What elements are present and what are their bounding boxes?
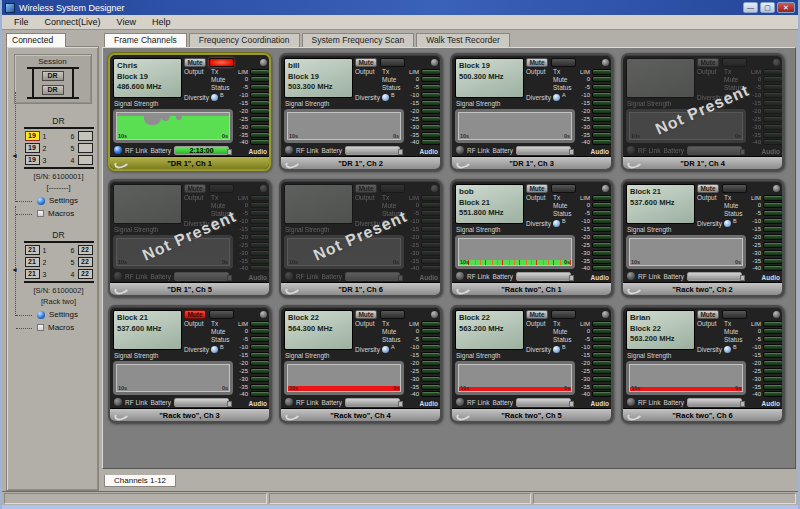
receiver-device: ◄ DR 191619251934 [S/N: 6100001] [------…	[23, 116, 94, 218]
channel-block-cell[interactable]: 19	[25, 131, 40, 141]
mute-button[interactable]: Mute	[355, 58, 377, 67]
channel-block: Block 21	[117, 313, 178, 324]
audio-meter-segment	[763, 108, 783, 114]
battery-gauge	[516, 272, 571, 281]
channel-lcd-display: bob Block 21 551.800 MHz	[455, 184, 524, 224]
session-unit-button[interactable]: DR	[42, 71, 64, 81]
screw-icon	[431, 311, 438, 318]
meter-row: -10	[235, 92, 270, 99]
audio-meter-segment	[421, 376, 441, 382]
menu-connect-live[interactable]: Connect(Live)	[38, 16, 108, 28]
device-settings-item[interactable]: Settings	[37, 310, 94, 319]
signal-graph: 10s 0s	[284, 361, 404, 395]
mute-button[interactable]: Mute	[526, 58, 548, 67]
maximize-button[interactable]: ▢	[760, 2, 775, 13]
signal-graph: 10s 0s	[113, 109, 233, 143]
mute-button[interactable]: Mute	[697, 184, 719, 193]
rf-link-label: RF Link	[638, 147, 660, 154]
audio-meter-segment	[250, 250, 270, 256]
channel-panel[interactable]: Block 22 563.200 MHz Mute Output Tx Mute	[450, 305, 613, 423]
menu-view[interactable]: View	[110, 16, 143, 28]
tab-frame-channels[interactable]: Frame Channels	[104, 33, 187, 47]
meter-scale-label: -10	[235, 218, 248, 224]
channel-panel[interactable]: Block 22 564.300 MHz Mute Output Tx Mute	[279, 305, 442, 423]
channel-body: Mute Output Tx Mute Status Diversity	[110, 181, 269, 282]
battery-gauge	[687, 398, 742, 407]
channel-panel[interactable]: Mute Output Tx Mute Status Diversity	[621, 53, 784, 171]
channel-block-cell[interactable]: 22	[78, 245, 93, 255]
channel-panel[interactable]: Block 19 500.300 MHz Mute Output Tx Mute	[450, 53, 613, 171]
channel-block-cell[interactable]: 21	[25, 269, 40, 279]
meter-scale-label: 0	[235, 202, 248, 208]
meter-row: -20	[406, 359, 441, 366]
session-unit-button[interactable]: DR	[42, 85, 64, 95]
brand-logo-icon	[285, 411, 300, 420]
channel-panel[interactable]: bob Block 21 551.800 MHz Mute Output Tx …	[450, 179, 613, 297]
tx-mute-label: Tx Mute	[382, 320, 405, 336]
mute-button[interactable]: Mute	[697, 58, 719, 67]
meter-row: -5	[748, 210, 783, 217]
audio-meter-segment	[421, 391, 441, 397]
channel-panel[interactable]: bill Block 19 503.300 MHz Mute Output Tx	[279, 53, 442, 171]
mute-button[interactable]: Mute	[184, 310, 206, 319]
menu-help[interactable]: Help	[145, 16, 178, 28]
close-button[interactable]: ✕	[777, 2, 795, 13]
mute-button[interactable]: Mute	[526, 310, 548, 319]
tab-channels-1-12[interactable]: Channels 1-12	[104, 475, 176, 487]
channel-block-cell[interactable]: 21	[25, 245, 40, 255]
mute-button[interactable]: Mute	[184, 58, 206, 67]
channel-block-cell[interactable]	[78, 143, 93, 153]
audio-meter-segment	[421, 202, 441, 208]
device-macros-item[interactable]: Macros	[37, 323, 94, 332]
menu-file[interactable]: File	[7, 16, 36, 28]
tx-mute-status-indicator	[551, 184, 576, 193]
audio-meter-segment	[592, 132, 612, 138]
channel-panel[interactable]: Block 21 537.600 MHz Mute Output Tx Mute	[108, 305, 271, 423]
signal-graph: 10s 0s	[455, 109, 575, 143]
mute-button[interactable]: Mute	[697, 310, 719, 319]
tab-connected[interactable]: Connected	[6, 33, 66, 47]
diversity-channel-letter: A	[391, 344, 395, 350]
minimize-button[interactable]: —	[743, 2, 758, 13]
battery-gauge	[345, 272, 400, 281]
tab-walk-test-recorder[interactable]: Walk Test Recorder	[416, 33, 510, 47]
mute-button[interactable]: Mute	[526, 184, 548, 193]
meter-scale-label: -40	[235, 391, 248, 397]
rf-link-icon	[456, 272, 464, 280]
rf-link-label: RF Link	[467, 147, 489, 154]
tab-frequency-coordination[interactable]: Frequency Coordination	[189, 33, 300, 47]
meter-row: -40	[748, 139, 783, 146]
channel-block-cell[interactable]: 21	[25, 257, 40, 267]
channel-block-cell[interactable]: 22	[78, 269, 93, 279]
channel-panel[interactable]: Chris Block 19 486.600 MHz Mute Output T…	[108, 53, 271, 171]
audio-meter-segment	[250, 92, 270, 98]
rf-link-label: RF Link	[638, 273, 660, 280]
battery-gauge: 2:13:00	[174, 146, 229, 155]
rf-link-label: RF Link	[467, 273, 489, 280]
channel-panel[interactable]: Block 21 537.600 MHz Mute Output Tx Mute	[621, 179, 784, 297]
channel-block-cell[interactable]	[78, 131, 93, 141]
channel-panel[interactable]: Mute Output Tx Mute Status Diversity	[279, 179, 442, 297]
audio-meter-segment	[592, 265, 612, 271]
signal-graph: 10s 0s	[113, 361, 233, 395]
audio-label: Audio	[748, 398, 783, 408]
channel-block-cell[interactable]: 22	[78, 257, 93, 267]
channel-panel[interactable]: Brian Block 22 563.200 MHz Mute Output T…	[621, 305, 784, 423]
time-axis-right-label: 0s	[222, 385, 228, 391]
channel-block-cell[interactable]	[78, 155, 93, 165]
meter-scale-label: -20	[577, 234, 590, 240]
channel-lcd-display: bill Block 19 503.300 MHz	[284, 58, 353, 98]
mute-button[interactable]: Mute	[184, 184, 206, 193]
device-settings-item[interactable]: Settings	[37, 196, 94, 205]
channel-block-cell[interactable]: 19	[25, 143, 40, 153]
tab-system-frequency-scan[interactable]: System Frequency Scan	[302, 33, 415, 47]
meter-scale-label: -15	[577, 100, 590, 106]
tree-branch-icon[interactable]: ◄	[11, 152, 18, 159]
rf-link-icon	[114, 398, 122, 406]
device-macros-item[interactable]: Macros	[37, 209, 94, 218]
channel-block-cell[interactable]: 19	[25, 155, 40, 165]
mute-button[interactable]: Mute	[355, 310, 377, 319]
mute-button[interactable]: Mute	[355, 184, 377, 193]
tree-branch-icon[interactable]: ◄	[11, 266, 18, 273]
channel-panel[interactable]: Mute Output Tx Mute Status Diversity	[108, 179, 271, 297]
